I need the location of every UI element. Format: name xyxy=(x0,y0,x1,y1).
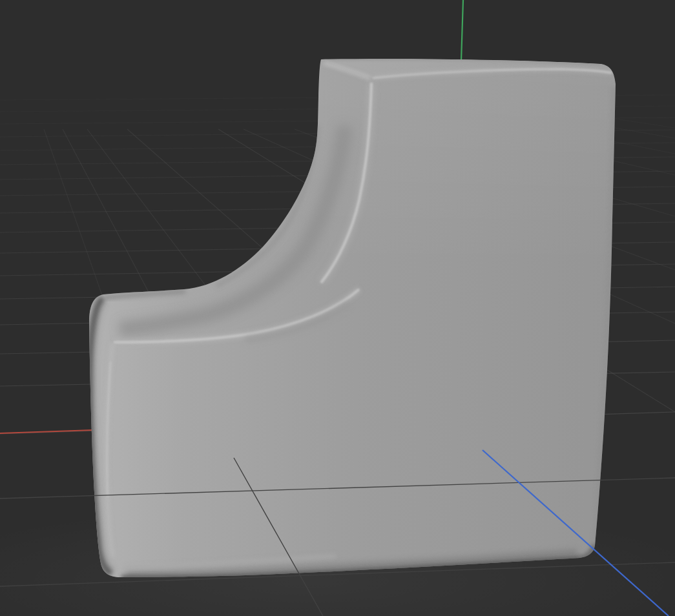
viewport-canvas xyxy=(0,0,675,616)
viewport-3d[interactable] xyxy=(0,0,675,616)
